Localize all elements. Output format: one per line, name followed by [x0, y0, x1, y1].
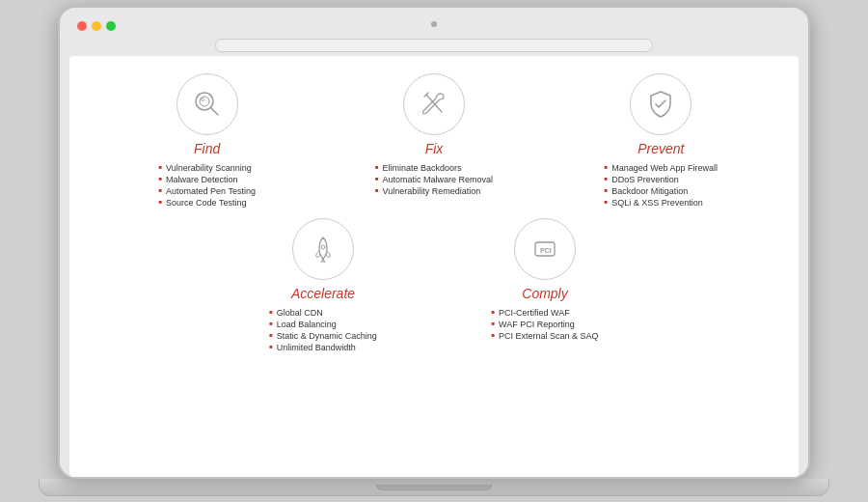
laptop-hinge — [376, 485, 492, 490]
accelerate-title: Accelerate — [291, 286, 355, 301]
accelerate-section: Accelerate Global CDN Load Balancing Sta… — [217, 218, 429, 353]
list-item: WAF PCI Reporting — [491, 319, 598, 330]
svg-line-4 — [426, 95, 442, 112]
top-row: Find Vulnerability Scanning Malware Dete… — [98, 73, 770, 209]
list-item: Static & Dynamic Caching — [269, 330, 377, 342]
svg-line-1 — [210, 108, 218, 116]
list-item: DDoS Prevention — [605, 174, 719, 185]
list-item: Vulnerability Remediation — [375, 185, 493, 197]
accelerate-bullet-list: Global CDN Load Balancing Static & Dynam… — [269, 307, 377, 353]
comply-section: PCI Comply PCI-Certified WAF WAF PCI Rep… — [439, 218, 651, 353]
camera-dot — [431, 21, 437, 27]
comply-bullet-list: PCI-Certified WAF WAF PCI Reporting PCI … — [491, 307, 598, 342]
laptop-base — [39, 479, 829, 496]
list-item: Eliminate Backdoors — [375, 162, 493, 174]
traffic-lights — [77, 21, 116, 31]
list-item: Managed Web App Firewall — [605, 162, 719, 174]
svg-point-6 — [321, 245, 325, 249]
list-item: PCI External Scan & SAQ — [491, 330, 598, 342]
address-bar[interactable] — [215, 39, 653, 52]
accelerate-icon — [306, 232, 340, 266]
fix-icon-circle — [403, 73, 465, 135]
list-item: SQLi & XSS Prevention — [605, 197, 719, 209]
comply-icon: PCI — [528, 232, 562, 266]
accelerate-icon-circle — [292, 218, 354, 280]
fix-bullet-list: Eliminate Backdoors Automatic Malware Re… — [375, 162, 493, 197]
fix-section: Fix Eliminate Backdoors Automatic Malwar… — [328, 73, 540, 209]
prevent-icon — [643, 87, 678, 122]
list-item: Vulnerability Scanning — [158, 162, 256, 174]
comply-icon-circle: PCI — [514, 218, 576, 280]
prevent-bullet-list: Managed Web App Firewall DDoS Prevention… — [605, 162, 719, 209]
find-title: Find — [194, 141, 220, 156]
list-item: Backdoor Mitigation — [605, 185, 719, 197]
find-icon-circle — [176, 73, 238, 135]
list-item: PCI-Certified WAF — [491, 307, 598, 319]
bottom-row: Accelerate Global CDN Load Balancing Sta… — [98, 218, 770, 353]
find-section: Find Vulnerability Scanning Malware Dete… — [101, 73, 313, 209]
browser-screen: Find Vulnerability Scanning Malware Dete… — [69, 56, 799, 477]
list-item: Automatic Malware Removal — [375, 174, 493, 185]
find-bullet-list: Vulnerability Scanning Malware Detection… — [158, 162, 256, 209]
laptop-body: Find Vulnerability Scanning Malware Dete… — [58, 6, 810, 479]
list-item: Automated Pen Testing — [158, 185, 256, 197]
svg-text:PCI: PCI — [540, 247, 552, 254]
prevent-title: Prevent — [637, 141, 684, 156]
list-item: Source Code Testing — [158, 197, 256, 209]
content-grid: Find Vulnerability Scanning Malware Dete… — [98, 73, 770, 353]
fix-icon — [417, 87, 451, 122]
prevent-icon-circle — [630, 73, 692, 135]
svg-point-2 — [200, 97, 209, 106]
maximize-button-dot[interactable] — [106, 21, 116, 31]
prevent-section: Prevent Managed Web App Firewall DDoS Pr… — [555, 73, 767, 209]
list-item: Global CDN — [269, 307, 377, 319]
list-item: Unlimited Bandwidth — [269, 342, 377, 353]
fix-title: Fix — [425, 141, 444, 156]
svg-point-3 — [201, 98, 203, 101]
comply-title: Comply — [522, 286, 567, 301]
find-icon — [190, 87, 225, 122]
close-button-dot[interactable] — [77, 21, 87, 31]
minimize-button-dot[interactable] — [92, 21, 101, 31]
address-bar-row — [69, 39, 799, 52]
list-item: Malware Detection — [158, 174, 256, 185]
list-item: Load Balancing — [269, 319, 377, 330]
